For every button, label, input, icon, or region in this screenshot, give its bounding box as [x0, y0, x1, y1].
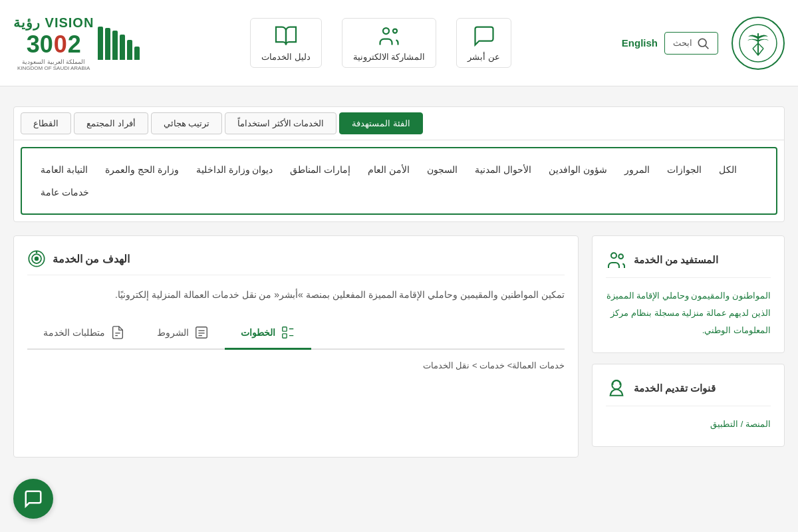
search-box[interactable]: ابحث: [664, 32, 718, 55]
beneficiary-body: المواطنون والمقيمون وحاملي الإقامة الممي…: [606, 287, 771, 339]
category-security[interactable]: الأمن العام: [362, 162, 415, 178]
doc-icon: [110, 325, 125, 340]
bar-2: [127, 40, 132, 60]
nav-electronic-label: المشاركة الالكترونية: [353, 52, 426, 62]
svg-line-3: [758, 43, 763, 49]
service-tab-steps-label: الخطوات: [241, 327, 275, 338]
bar-3: [120, 35, 125, 60]
service-tab-requirements[interactable]: متطلبات الخدمة: [27, 317, 141, 350]
main-header: ابحث English عن أبشر المشاركة الالكتروني…: [0, 0, 798, 86]
bar-6: [98, 27, 103, 60]
category-hajj[interactable]: وزارة الحج والعمرة: [100, 162, 184, 178]
breadcrumb: خدمات العمالة> خدمات > نقل الخدمات: [27, 360, 565, 370]
section-tabs: الفئة المستهدفة الخدمات الأكثر استخداماً…: [13, 106, 785, 222]
channels-header: قنوات تقديم الخدمة: [606, 378, 771, 406]
svg-line-5: [706, 45, 709, 49]
svg-point-13: [35, 257, 39, 261]
category-prison[interactable]: السجون: [422, 162, 463, 178]
tab-alpha[interactable]: ترتيب هجائي: [151, 112, 223, 134]
nav-absher-label: عن أبشر: [467, 52, 500, 62]
beneficiary-title: المستفيد من الخدمة: [634, 254, 718, 266]
service-goal-title: الهدف من الخدمة: [53, 253, 130, 265]
book-icon: [274, 24, 298, 48]
vision-year-zero: 0: [54, 31, 67, 59]
tab-sector[interactable]: القطاع: [21, 112, 71, 134]
svg-rect-16: [196, 327, 207, 338]
vision-year-prefix: 2: [68, 31, 81, 59]
category-all[interactable]: الكل: [714, 162, 742, 178]
service-tab-requirements-label: متطلبات الخدمة: [43, 327, 105, 338]
header-nav: عن أبشر المشاركة الالكترونية دليل الخدما…: [250, 18, 511, 68]
category-expats[interactable]: شؤون الوافدين: [543, 162, 612, 178]
service-goal-body: تمكين المواطنين والمقيمين وحاملي الإقامة…: [27, 286, 565, 304]
people-group-icon: [606, 249, 627, 271]
main-area: الهدف من الخدمة تمكين المواطنين والمقيمي…: [13, 235, 579, 458]
search-icon: [696, 37, 710, 50]
vision-title: VISION رؤية: [13, 15, 94, 31]
nav-guide[interactable]: دليل الخدمات: [250, 18, 322, 68]
category-prosecution[interactable]: النيابة العامة: [35, 162, 93, 178]
channels-title: قنوات تقديم الخدمة: [634, 382, 716, 394]
channels-body: المنصة / التطبيق: [606, 416, 771, 433]
people-icon: [377, 24, 401, 48]
svg-line-2: [753, 43, 758, 49]
category-civil[interactable]: الأحوال المدنية: [469, 162, 537, 178]
kingdom-label: المملكة العربية السعودية: [13, 59, 94, 65]
nav-guide-label: دليل الخدمات: [261, 52, 311, 62]
nav-electronic[interactable]: المشاركة الالكترونية: [342, 18, 437, 68]
breadcrumb-text: خدمات العمالة> خدمات > نقل الخدمات: [423, 360, 565, 370]
vision-logo: VISION رؤية 2 0 30 المملكة العربية السعو…: [13, 15, 140, 71]
beneficiary-header: المستفيد من الخدمة: [606, 249, 771, 278]
tab-community[interactable]: أفراد المجتمع: [74, 112, 148, 134]
section-tabs-wrapper: الفئة المستهدفة الخدمات الأكثر استخداماً…: [0, 86, 798, 222]
svg-point-8: [611, 253, 616, 258]
tab-mostused[interactable]: الخدمات الأكثر استخداماً: [225, 112, 336, 134]
bar-4: [112, 31, 118, 60]
vision-logo-section: VISION رؤية 2 0 30 المملكة العربية السعو…: [13, 15, 140, 71]
svg-point-4: [698, 39, 706, 47]
vision-year-suffix: 30: [27, 31, 53, 59]
main-content: المستفيد من الخدمة المواطنون والمقيمون و…: [0, 222, 798, 471]
channels-card: قنوات تقديم الخدمة المنصة / التطبيق: [592, 364, 785, 447]
service-tabs: الخطوات الشروط متط: [27, 317, 565, 350]
service-tab-conditions[interactable]: الشروط: [141, 317, 225, 350]
category-general[interactable]: خدمات عامة: [35, 184, 94, 200]
bar-1: [134, 47, 140, 60]
service-goal-section: الهدف من الخدمة تمكين المواطنين والمقيمي…: [27, 249, 565, 304]
english-link[interactable]: English: [622, 37, 658, 49]
category-emirates[interactable]: إمارات المناطق: [285, 162, 356, 178]
svg-point-9: [618, 254, 623, 259]
svg-rect-15: [283, 333, 287, 337]
vision-text: VISION رؤية 2 0 30 المملكة العربية السعو…: [13, 15, 94, 71]
tabs-row: الفئة المستهدفة الخدمات الأكثر استخداماً…: [14, 107, 784, 140]
svg-point-7: [393, 29, 397, 33]
svg-rect-14: [283, 327, 287, 331]
service-tab-steps[interactable]: الخطوات: [225, 317, 311, 350]
target-icon: [27, 249, 46, 268]
bar-5: [105, 28, 110, 60]
channel-icon: [606, 378, 627, 399]
search-label: ابحث: [673, 38, 692, 48]
category-traffic[interactable]: المرور: [619, 162, 655, 178]
header-right-section: ابحث English: [622, 17, 785, 70]
vision-bars: [98, 27, 140, 60]
kingdom-en-label: KINGDOM OF SAUDI ARABIA: [13, 65, 94, 71]
tab-target[interactable]: الفئة المستهدفة: [339, 112, 423, 134]
category-interior[interactable]: ديوان وزارة الداخلية: [191, 162, 279, 178]
ministry-logo: [732, 17, 785, 70]
category-passports[interactable]: الجوازات: [662, 162, 707, 178]
chat-icon: [472, 24, 496, 48]
service-goal-header: الهدف من الخدمة: [27, 249, 565, 275]
list-icon: [194, 325, 209, 340]
beneficiary-card: المستفيد من الخدمة المواطنون والمقيمون و…: [592, 235, 785, 353]
steps-icon: [281, 325, 295, 340]
nav-absher[interactable]: عن أبشر: [456, 18, 511, 68]
service-tab-conditions-label: الشروط: [157, 327, 189, 338]
categories-row: الكل الجوازات المرور شؤون الوافدين الأحو…: [21, 147, 777, 215]
svg-point-6: [383, 28, 389, 34]
sidebar: المستفيد من الخدمة المواطنون والمقيمون و…: [592, 235, 785, 458]
